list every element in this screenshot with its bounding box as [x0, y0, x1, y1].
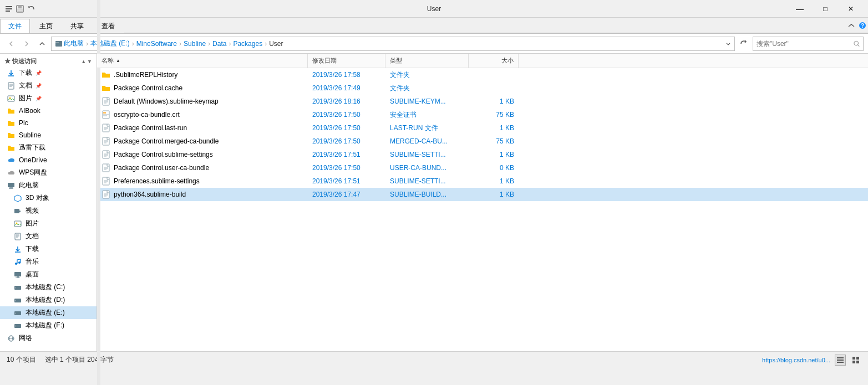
sidebar-item-subline[interactable]: Subline — [0, 129, 97, 141]
file-icon — [101, 70, 110, 79]
ribbon-collapse-button[interactable] — [846, 18, 857, 33]
table-row[interactable]: Package Control.cache 2019/3/26 17:49 文件… — [97, 81, 868, 95]
table-row[interactable]: Package Control.user-ca-bundle 2019/3/26… — [97, 161, 868, 174]
undo-icon[interactable] — [27, 4, 35, 13]
file-name-cell: Preferences.sublime-settings — [97, 177, 308, 186]
sidebar-item-drive-d[interactable]: 本地磁盘 (D:) — [0, 294, 97, 306]
svg-rect-64 — [103, 151, 109, 158]
breadcrumb[interactable]: 此电脑 › 本地磁盘 (E:) › MineSoftware › Subline… — [51, 37, 735, 51]
sidebar-label-music: 音乐 — [26, 257, 39, 266]
forward-button[interactable] — [20, 37, 33, 50]
sidebar-item-docs[interactable]: 文档 📌 — [0, 79, 97, 92]
file-date-cell: 2019/3/26 17:49 — [308, 84, 385, 92]
svg-rect-86 — [856, 361, 859, 363]
sidebar-item-thispc[interactable]: 此电脑 — [0, 179, 97, 192]
sidebar-item-pic[interactable]: Pic — [0, 117, 97, 129]
sidebar-item-drive-c[interactable]: 本地磁盘 (C:) — [0, 281, 97, 294]
title-bar-icons — [4, 4, 35, 13]
pin-icon-pics[interactable]: 📌 — [35, 96, 42, 101]
sidebar-item-music[interactable]: 音乐 — [0, 255, 97, 268]
search-input[interactable] — [757, 40, 854, 48]
drive-c-icon — [13, 283, 22, 292]
table-row[interactable]: Preferences.sublime-settings 2019/3/26 1… — [97, 174, 868, 188]
file-icon — [101, 97, 110, 106]
sidebar-item-onedrive[interactable]: OneDrive — [0, 154, 97, 166]
pin-icon-download[interactable]: 📌 — [35, 70, 42, 76]
sidebar-item-download[interactable]: 下载 📌 — [0, 66, 97, 79]
back-button[interactable] — [4, 37, 18, 50]
sidebar-item-images[interactable]: 图片 — [0, 217, 97, 230]
minimize-button[interactable]: — — [787, 0, 813, 18]
view-details-button[interactable] — [835, 355, 846, 366]
help-button[interactable]: ? — [857, 18, 868, 33]
sidebar-label-images: 图片 — [26, 219, 39, 228]
pin-icon-docs[interactable]: 📌 — [35, 83, 42, 89]
sidebar-item-drive-e[interactable]: 本地磁盘 (E:) — [0, 306, 97, 319]
table-row[interactable]: .SublimeREPLHistory 2019/3/26 17:58 文件夹 — [97, 68, 868, 81]
sidebar-item-pics[interactable]: 图片 📌 — [0, 92, 97, 105]
sidebar-item-network[interactable]: 网络 — [0, 332, 97, 345]
svg-rect-13 — [8, 83, 14, 89]
save-icon[interactable] — [16, 4, 24, 13]
sidebar-item-3d[interactable]: 3D 对象 — [0, 192, 97, 204]
tab-share[interactable]: 共享 — [62, 19, 92, 33]
col-header-name[interactable]: 名称 ▲ — [97, 54, 308, 68]
file-date-cell: 2019/3/26 17:47 — [308, 191, 385, 198]
sidebar-scroll-down[interactable]: ▼ — [87, 59, 92, 64]
svg-rect-27 — [15, 233, 21, 240]
sidebar-item-drive-f[interactable]: 本地磁盘 (F:) — [0, 319, 97, 332]
sidebar-item-video[interactable]: 视频 — [0, 204, 97, 217]
refresh-button[interactable] — [737, 37, 750, 50]
table-row[interactable]: Package Control.last-run 2019/3/26 17:50… — [97, 121, 868, 135]
quick-access-icon[interactable] — [4, 4, 13, 13]
sidebar-item-wps[interactable]: WPS网盘 — [0, 166, 97, 179]
table-row[interactable]: Package Control.sublime-settings 2019/3/… — [97, 148, 868, 161]
breadcrumb-minesoftware[interactable]: MineSoftware — [136, 40, 177, 48]
breadcrumb-data[interactable]: Data — [212, 40, 226, 48]
svg-point-42 — [15, 312, 16, 314]
breadcrumb-drive-e[interactable]: 本地磁盘 (E:) — [90, 39, 130, 48]
breadcrumb-subline[interactable]: Subline — [184, 40, 206, 48]
item-count: 10 个项目 — [7, 355, 36, 365]
file-name: Package Control.sublime-settings — [114, 151, 213, 158]
file-name: .SublimeREPLHistory — [114, 71, 177, 79]
breadcrumb-packages[interactable]: Packages — [233, 40, 262, 48]
file-icon — [101, 150, 110, 159]
sidebar-label-network: 网络 — [19, 333, 32, 343]
svg-rect-80 — [837, 357, 844, 358]
close-button[interactable]: ✕ — [838, 0, 864, 18]
maximize-button[interactable]: □ — [813, 0, 838, 18]
table-row[interactable]: Package Control.merged-ca-bundle 2019/3/… — [97, 135, 868, 148]
sidebar-label-3d: 3D 对象 — [26, 193, 49, 203]
table-row[interactable]: oscrypto-ca-bundle.crt 2019/3/26 17:50 安… — [97, 108, 868, 121]
col-header-size[interactable]: 大小 — [469, 54, 519, 68]
tab-file[interactable]: 文件 — [0, 19, 30, 33]
view-large-icons-button[interactable] — [850, 355, 861, 366]
up-button[interactable] — [35, 37, 49, 50]
table-row[interactable]: python364.sublime-build 2019/3/26 17:47 … — [97, 188, 868, 201]
sidebar-resize-handle[interactable] — [97, 54, 100, 351]
file-size-cell: 1 KB — [469, 97, 519, 105]
sidebar-item-desktop[interactable]: 桌面 — [0, 268, 97, 281]
breadcrumb-computer[interactable]: 此电脑 — [64, 39, 84, 48]
breadcrumb-dropdown-icon[interactable] — [725, 41, 731, 47]
tab-home[interactable]: 主页 — [31, 19, 61, 33]
sidebar-item-downloads[interactable]: 下载 — [0, 243, 97, 255]
sidebar-scroll-up[interactable]: ▲ — [81, 59, 86, 64]
svg-marker-24 — [19, 211, 21, 212]
col-header-type[interactable]: 类型 — [385, 54, 469, 68]
sidebar-item-documents[interactable]: 文档 — [0, 230, 97, 243]
file-name: oscrypto-ca-bundle.crt — [114, 111, 180, 119]
sidebar-label-onedrive: OneDrive — [19, 156, 47, 164]
sidebar-item-xunlei[interactable]: 迅雷下载 — [0, 141, 97, 154]
svg-point-44 — [15, 325, 16, 326]
sidebar: ★ 快速访问 ▲ ▼ 下载 📌 文档 📌 图片 📌 AIBook P — [0, 54, 97, 351]
file-date-cell: 2019/3/26 17:50 — [308, 137, 385, 145]
table-row[interactable]: Default (Windows).sublime-keymap 2019/3/… — [97, 95, 868, 108]
sidebar-item-aibook[interactable]: AIBook — [0, 105, 97, 117]
search-box[interactable] — [753, 37, 864, 51]
svg-rect-82 — [837, 362, 844, 363]
col-header-date[interactable]: 修改日期 — [308, 54, 385, 68]
sidebar-label-pics: 图片 — [19, 94, 32, 103]
file-name: Package Control.merged-ca-bundle — [114, 137, 219, 145]
